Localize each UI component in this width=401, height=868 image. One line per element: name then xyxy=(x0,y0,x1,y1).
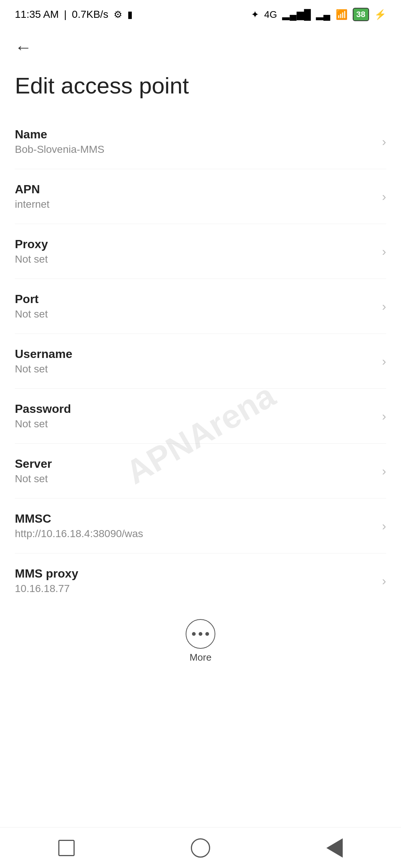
chevron-right-icon: › xyxy=(382,464,386,478)
settings-item-label: Password xyxy=(15,402,375,416)
more-button[interactable]: More xyxy=(0,608,401,671)
settings-item-value: Not set xyxy=(15,473,375,485)
settings-item-label: MMS proxy xyxy=(15,567,375,581)
nav-bar xyxy=(0,827,401,868)
more-label: More xyxy=(189,652,211,663)
settings-list: Name Bob-Slovenia-MMS › APN internet › P… xyxy=(0,114,401,608)
settings-item-value: Not set xyxy=(15,363,375,375)
settings-item-value: http://10.16.18.4:38090/was xyxy=(15,528,375,540)
settings-item-value: internet xyxy=(15,198,375,210)
status-bar: 11:35 AM | 0.7KB/s ⚙ ▮ ✦ 4G ▂▄▆█ ▂▄ 📶 38… xyxy=(0,0,401,26)
chevron-right-icon: › xyxy=(382,354,386,368)
signal-4g-icon: 4G xyxy=(264,9,277,20)
settings-item-port[interactable]: Port Not set › xyxy=(15,279,386,334)
settings-item-content: Server Not set xyxy=(15,457,375,485)
settings-item-apn[interactable]: APN internet › xyxy=(15,169,386,224)
settings-item-password[interactable]: Password Not set › xyxy=(15,389,386,444)
circle-icon xyxy=(191,838,210,858)
settings-item-label: Proxy xyxy=(15,237,375,251)
settings-item-value: Not set xyxy=(15,418,375,430)
settings-item-content: APN internet xyxy=(15,183,375,210)
status-right: ✦ 4G ▂▄▆█ ▂▄ 📶 38 ⚡ xyxy=(251,8,386,21)
chevron-right-icon: › xyxy=(382,134,386,149)
home-button[interactable] xyxy=(191,838,210,858)
settings-item-mmsc[interactable]: MMSC http://10.16.18.4:38090/was › xyxy=(15,499,386,553)
triangle-icon xyxy=(326,838,343,858)
settings-item-content: Password Not set xyxy=(15,402,375,430)
settings-item-username[interactable]: Username Not set › xyxy=(15,334,386,389)
page-title: Edit access point xyxy=(0,61,401,114)
settings-item-label: Port xyxy=(15,292,375,306)
speed-separator: | xyxy=(64,9,66,20)
settings-item-label: MMSC xyxy=(15,512,375,526)
signal-bars2-icon: ▂▄ xyxy=(316,9,330,20)
back-nav-button[interactable] xyxy=(326,838,343,858)
time: 11:35 AM xyxy=(15,9,59,20)
wifi-icon: 📶 xyxy=(336,9,348,20)
settings-item-label: APN xyxy=(15,183,375,196)
battery-indicator: 38 xyxy=(353,8,369,21)
settings-item-content: MMS proxy 10.16.18.77 xyxy=(15,567,375,595)
more-circle-icon xyxy=(186,619,215,649)
settings-item-content: Username Not set xyxy=(15,347,375,375)
settings-item-proxy[interactable]: Proxy Not set › xyxy=(15,224,386,279)
settings-item-value: Not set xyxy=(15,308,375,320)
top-nav: ← xyxy=(0,26,401,61)
settings-item-label: Username xyxy=(15,347,375,361)
charging-icon: ⚡ xyxy=(374,9,386,20)
settings-item-value: Bob-Slovenia-MMS xyxy=(15,144,375,155)
settings-item-label: Server xyxy=(15,457,375,471)
recent-apps-button[interactable] xyxy=(58,840,75,856)
settings-item-content: MMSC http://10.16.18.4:38090/was xyxy=(15,512,375,540)
settings-item-content: Name Bob-Slovenia-MMS xyxy=(15,128,375,155)
signal-bars-icon: ▂▄▆█ xyxy=(282,9,311,20)
network-speed: 0.7KB/s xyxy=(72,9,108,20)
status-left: 11:35 AM | 0.7KB/s ⚙ ▮ xyxy=(15,9,133,20)
settings-item-content: Proxy Not set xyxy=(15,237,375,265)
settings-item-content: Port Not set xyxy=(15,292,375,320)
chevron-right-icon: › xyxy=(382,244,386,259)
settings-item-server[interactable]: Server Not set › xyxy=(15,444,386,499)
chevron-right-icon: › xyxy=(382,519,386,533)
settings-item-label: Name xyxy=(15,128,375,141)
chevron-right-icon: › xyxy=(382,573,386,588)
bluetooth-icon: ✦ xyxy=(251,9,259,20)
settings-item-value: 10.16.18.77 xyxy=(15,583,375,595)
video-icon: ▮ xyxy=(127,9,133,20)
more-dots-icon xyxy=(192,632,209,636)
square-icon xyxy=(58,840,75,856)
chevron-right-icon: › xyxy=(382,299,386,313)
back-button[interactable]: ← xyxy=(15,37,32,57)
settings-item-name[interactable]: Name Bob-Slovenia-MMS › xyxy=(15,114,386,169)
settings-item-value: Not set xyxy=(15,253,375,265)
chevron-right-icon: › xyxy=(382,189,386,204)
chevron-right-icon: › xyxy=(382,409,386,423)
settings-icon: ⚙ xyxy=(114,9,122,20)
settings-item-mms-proxy[interactable]: MMS proxy 10.16.18.77 › xyxy=(15,553,386,608)
